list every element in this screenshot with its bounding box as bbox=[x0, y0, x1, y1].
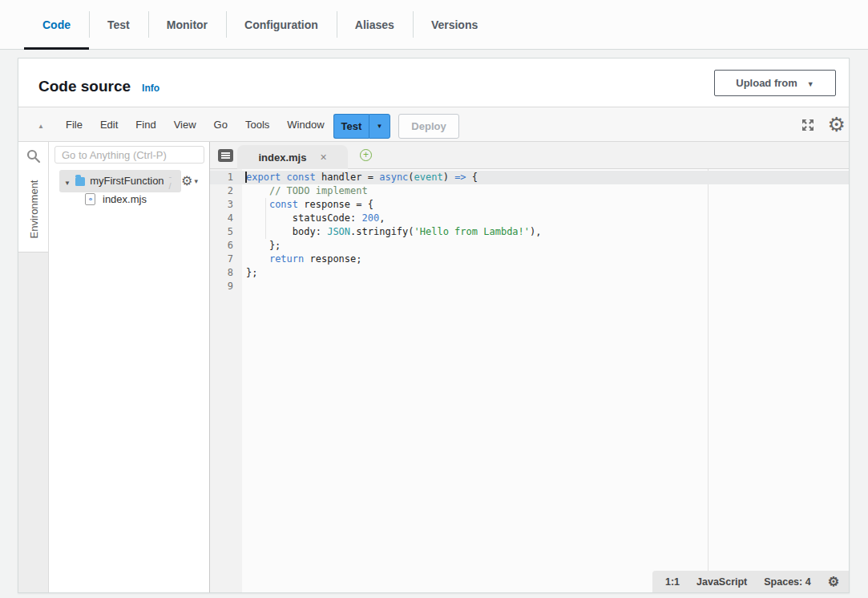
panel-header: Code source Info Upload from bbox=[18, 59, 849, 107]
goto-anything-input[interactable] bbox=[55, 146, 204, 164]
upload-from-label: Upload from bbox=[736, 77, 797, 89]
environment-tab[interactable]: Environment bbox=[28, 180, 40, 239]
code-line[interactable]: 3 const response = { bbox=[210, 198, 849, 212]
test-button[interactable]: Test bbox=[333, 114, 369, 139]
editor-tab-index-mjs[interactable]: index.mjs × bbox=[237, 145, 348, 169]
deploy-button[interactable]: Deploy bbox=[398, 114, 459, 139]
menu-item-go[interactable]: Go bbox=[206, 115, 236, 135]
editor-preferences-gear-icon[interactable] bbox=[828, 115, 846, 135]
statusbar-settings-gear-icon[interactable] bbox=[828, 576, 839, 588]
tree-settings-button[interactable] bbox=[181, 175, 198, 188]
line-content: }; bbox=[242, 239, 281, 253]
close-tab-icon[interactable]: × bbox=[320, 152, 326, 163]
code-line[interactable]: 2 // TODO implement bbox=[210, 184, 849, 198]
tab-code[interactable]: Code bbox=[24, 0, 89, 49]
file-name: index.mjs bbox=[103, 193, 147, 205]
line-number: 7 bbox=[210, 253, 242, 266]
page-title: Code source bbox=[38, 78, 131, 95]
line-number: 9 bbox=[210, 280, 242, 293]
code-line[interactable]: 7 return response; bbox=[210, 253, 849, 266]
line-number: 3 bbox=[210, 198, 242, 212]
fullscreen-button[interactable] bbox=[801, 118, 815, 132]
line-content: // TODO implement bbox=[242, 184, 368, 198]
code-line[interactable]: 8}; bbox=[210, 266, 849, 280]
line-content bbox=[242, 280, 246, 293]
line-content: export const handler = async(event) => { bbox=[242, 171, 478, 184]
folder-icon bbox=[75, 177, 85, 186]
code-lines: 1export const handler = async(event) => … bbox=[210, 171, 849, 293]
gear-icon bbox=[181, 175, 192, 188]
new-tab-plus-icon[interactable] bbox=[360, 149, 372, 161]
collapse-menu-icon[interactable] bbox=[30, 117, 51, 131]
menu-item-find[interactable]: Find bbox=[127, 115, 164, 135]
function-nav: CodeTestMonitorConfigurationAliasesVersi… bbox=[0, 0, 868, 50]
menu-item-tools[interactable]: Tools bbox=[237, 115, 277, 135]
line-content: body: JSON.stringify('Hello from Lambda!… bbox=[242, 225, 542, 239]
test-button-group: Test bbox=[333, 114, 390, 139]
text-cursor bbox=[245, 172, 247, 183]
line-number: 2 bbox=[210, 184, 242, 198]
line-number: 1 bbox=[210, 171, 242, 184]
search-button[interactable] bbox=[26, 148, 42, 164]
line-content: statusCode: 200, bbox=[242, 212, 385, 225]
editor-statusbar: 1:1 JavaScript Spaces: 4 bbox=[652, 571, 849, 592]
menu-item-edit[interactable]: Edit bbox=[92, 115, 126, 135]
code-editor[interactable]: 1export const handler = async(event) => … bbox=[210, 169, 849, 592]
test-dropdown-button[interactable] bbox=[369, 114, 390, 139]
code-line[interactable]: 5 body: JSON.stringify('Hello from Lambd… bbox=[210, 225, 849, 239]
line-number: 5 bbox=[210, 225, 242, 239]
info-link[interactable]: Info bbox=[142, 83, 159, 94]
tab-list-icon[interactable] bbox=[218, 149, 233, 162]
tab-test[interactable]: Test bbox=[89, 0, 148, 49]
editor-tab-label: index.mjs bbox=[258, 152, 306, 164]
editor-tabbar: index.mjs × bbox=[210, 142, 849, 169]
tab-aliases[interactable]: Aliases bbox=[337, 0, 413, 49]
code-line[interactable]: 4 statusCode: 200, bbox=[210, 212, 849, 225]
code-line[interactable]: 6 }; bbox=[210, 239, 849, 253]
line-content: const response = { bbox=[242, 198, 373, 212]
code-editor-column: index.mjs × 1export const handler = asyn… bbox=[210, 142, 849, 592]
dock-empty-area bbox=[18, 252, 48, 592]
tree-item-file[interactable]: index.mjs bbox=[49, 190, 209, 208]
indent-guide bbox=[265, 198, 266, 239]
tab-configuration[interactable]: Configuration bbox=[226, 0, 337, 49]
language-mode[interactable]: JavaScript bbox=[696, 576, 747, 588]
folder-expand-caret-icon[interactable] bbox=[64, 174, 71, 188]
tab-monitor[interactable]: Monitor bbox=[148, 0, 226, 49]
line-number: 4 bbox=[210, 212, 242, 225]
menu-item-file[interactable]: File bbox=[58, 115, 91, 135]
cursor-position[interactable]: 1:1 bbox=[665, 576, 680, 588]
fullscreen-icon bbox=[801, 118, 815, 132]
folder-suffix: - / bbox=[169, 172, 175, 191]
code-line[interactable]: 9 bbox=[210, 280, 849, 293]
line-number: 6 bbox=[210, 239, 242, 253]
chevron-down-icon bbox=[807, 77, 814, 89]
upload-from-button[interactable]: Upload from bbox=[714, 70, 836, 96]
line-content: }; bbox=[242, 266, 257, 280]
left-dock: Environment bbox=[18, 142, 49, 592]
menu-item-view[interactable]: View bbox=[166, 115, 204, 135]
tree-item-folder[interactable]: myFirstFunction - / bbox=[49, 172, 209, 190]
line-content: return response; bbox=[242, 253, 362, 266]
code-line[interactable]: 1export const handler = async(event) => … bbox=[210, 171, 849, 184]
menu-item-window[interactable]: Window bbox=[279, 115, 332, 135]
spaces-setting[interactable]: Spaces: 4 bbox=[764, 576, 810, 588]
tab-versions[interactable]: Versions bbox=[413, 0, 496, 49]
file-tree-panel: myFirstFunction - / index.mjs bbox=[49, 142, 210, 592]
line-number: 8 bbox=[210, 266, 242, 280]
folder-selection-highlight: myFirstFunction - / bbox=[59, 170, 181, 192]
search-icon bbox=[26, 148, 42, 164]
editor-body: Environment myFirstFunction - / index.mj… bbox=[18, 142, 849, 592]
code-file-icon bbox=[85, 193, 95, 205]
folder-name: myFirstFunction bbox=[90, 175, 164, 187]
code-source-panel: Code source Info Upload from FileEditFin… bbox=[18, 58, 850, 593]
editor-menubar: FileEditFindViewGoToolsWindow Test Deplo… bbox=[18, 107, 849, 142]
